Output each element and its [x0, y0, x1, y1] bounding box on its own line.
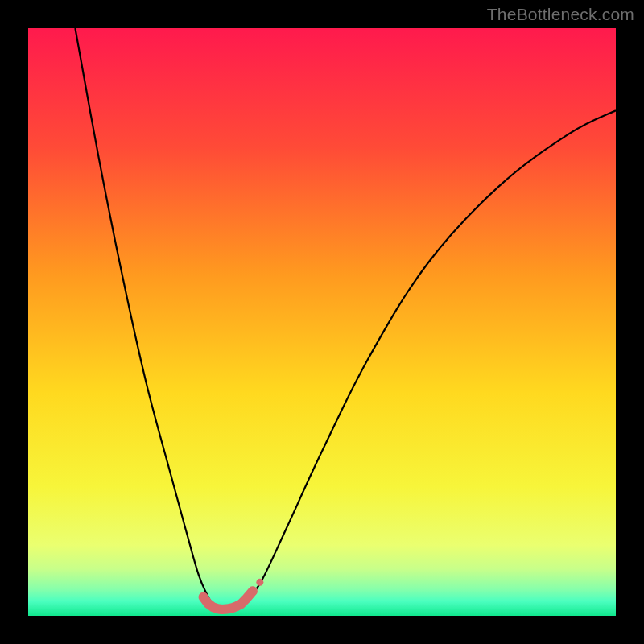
watermark-text: TheBottleneck.com [487, 5, 634, 24]
svg-point-1 [256, 579, 263, 586]
highlight-band [204, 579, 264, 609]
chart-frame: TheBottleneck.com [0, 0, 644, 644]
bottleneck-curve [75, 28, 616, 609]
curve-layer [28, 28, 616, 616]
plot-area [28, 28, 616, 616]
